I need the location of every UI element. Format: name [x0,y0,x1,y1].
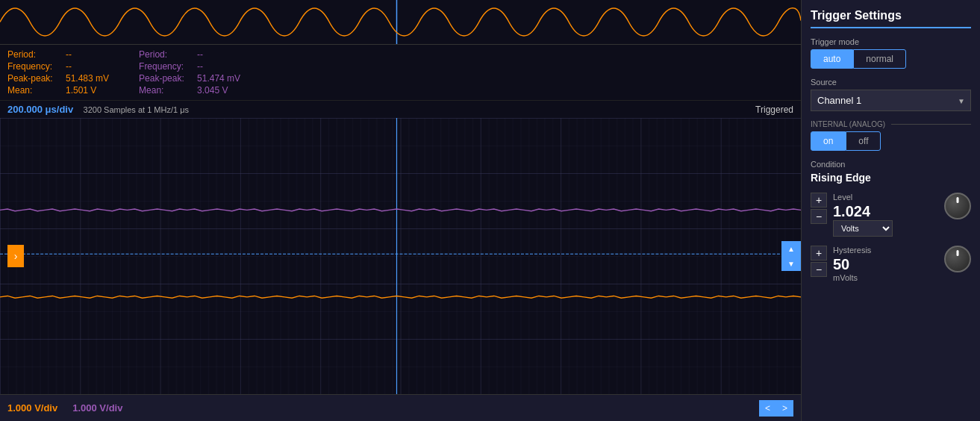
hyst-label: Hysteresis [833,246,938,255]
auto-mode-button[interactable]: auto [811,49,853,69]
level-minus-button[interactable]: − [811,209,827,224]
ch1-period-label: Period: [7,49,60,60]
condition-label: Condition [811,160,971,169]
normal-mode-button[interactable]: normal [853,49,906,69]
overview-waveform [0,0,801,44]
ch1-mean-label: Mean: [7,85,60,96]
trigger-mode-label: Trigger mode [811,37,971,46]
level-knob[interactable] [944,193,971,219]
source-section: Source Channel 1 Channel 2 [811,78,971,111]
nav-arrows: < > [759,400,793,417]
panel-title: Trigger Settings [811,9,971,28]
ch2-stats: Period: -- Frequency: -- Peak-peak: 51.4… [139,49,240,96]
scope-area: › ▲ ▼ [0,118,801,394]
hyst-minus-button[interactable]: − [811,262,827,277]
ch2-voltage-label: 1.000 V/div [72,402,122,414]
ch2-period-label: Period: [139,49,191,60]
ch2-freq-label: Frequency: [139,61,191,72]
svg-rect-3 [0,118,801,394]
nav-left-button[interactable]: < [759,400,776,417]
trigger-mode-toggle: auto normal [811,49,971,69]
right-panel: Trigger Settings Trigger mode auto norma… [801,0,980,421]
ch1-mean-value: 1.501 V [66,85,96,96]
condition-value: Rising Edge [811,172,971,184]
timebase-label: 200.000 μs/div [7,104,73,115]
off-button[interactable]: off [846,131,881,151]
hyst-unit: mVolts [833,273,938,282]
timebase-bar: 200.000 μs/div 3200 Samples at 1 MHz/1 μ… [0,101,801,118]
level-value: 1.024 [833,203,938,220]
overview-panel [0,0,801,45]
hyst-value: 50 [833,256,938,273]
scope-grid [0,118,801,394]
samples-label: 3200 Samples at 1 MHz/1 μs [84,105,189,114]
trigger-down-button[interactable]: ▼ [781,256,801,271]
internal-analog-section: INTERNAL (ANALOG) on off [811,120,971,151]
source-label: Source [811,78,971,87]
level-controls: Level 1.024 Volts mVolts [833,193,938,237]
hyst-pm-buttons: + − [811,246,827,277]
voltage-labels: 1.000 V/div 1.000 V/div [7,402,122,414]
hysteresis-section: + − Hysteresis 50 mVolts [811,246,971,282]
source-select-wrapper: Channel 1 Channel 2 [811,90,971,111]
ch1-pp-value: 51.483 mV [66,73,109,84]
trigger-arrows: ▲ ▼ [781,241,801,271]
ch1-voltage-label: 1.000 V/div [7,402,57,414]
trigger-up-button[interactable]: ▲ [781,241,801,256]
ch2-freq-value: -- [197,61,203,72]
ch2-pp-value: 51.474 mV [197,73,240,84]
ch1-period-value: -- [66,49,72,60]
expand-button[interactable]: › [7,245,24,267]
on-button[interactable]: on [811,131,846,151]
hyst-knob[interactable] [944,246,971,272]
ch2-mean-value: 3.045 V [197,85,228,96]
hyst-plus-button[interactable]: + [811,246,827,261]
bottom-bar: 1.000 V/div 1.000 V/div < > [0,394,801,421]
ch1-pp-label: Peak-peak: [7,73,60,84]
internal-analog-toggle: on off [811,131,971,151]
source-select[interactable]: Channel 1 Channel 2 [811,90,971,111]
ch2-pp-label: Peak-peak: [139,73,191,84]
ch2-period-value: -- [197,49,203,60]
ch2-mean-label: Mean: [139,85,191,96]
level-unit-select[interactable]: Volts mVolts [833,220,893,237]
level-section: + − Level 1.024 Volts mVolts [811,193,971,237]
ch1-freq-value: -- [66,61,72,72]
level-label: Level [833,193,938,202]
ch1-freq-label: Frequency: [7,61,60,72]
nav-right-button[interactable]: > [776,400,793,417]
stats-panel: Period: -- Frequency: -- Peak-peak: 51.4… [0,45,801,101]
triggered-status: Triggered [755,105,793,115]
hyst-controls: Hysteresis 50 mVolts [833,246,938,282]
condition-section: Condition Rising Edge [811,160,971,184]
internal-analog-label: INTERNAL (ANALOG) [811,120,971,128]
level-pm-buttons: + − [811,193,827,224]
level-plus-button[interactable]: + [811,193,827,208]
trigger-mode-section: Trigger mode auto normal [811,37,971,69]
ch1-stats: Period: -- Frequency: -- Peak-peak: 51.4… [7,49,109,96]
